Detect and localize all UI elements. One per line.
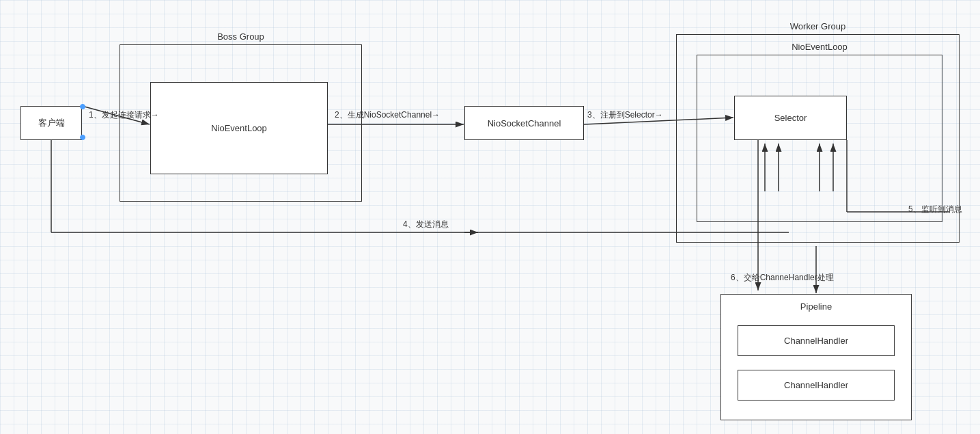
diagram-canvas: Boss Group Worker Group NioEventLoop 客户端…: [0, 0, 980, 434]
nio-event-loop-worker-label: NioEventLoop: [792, 42, 848, 52]
nio-event-loop-boss-box: NioEventLoop: [150, 82, 328, 174]
label-2: 2、生成NioSocketChannel→: [335, 109, 440, 121]
channel-handler-2-box: ChannelHandler: [738, 370, 895, 401]
selector-label: Selector: [774, 113, 807, 123]
label-4: 4、发送消息: [403, 219, 449, 230]
pipeline-label: Pipeline: [728, 301, 904, 312]
label-3: 3、注册到Selector→: [587, 109, 663, 121]
worker-group-label: Worker Group: [790, 21, 845, 31]
nio-event-loop-boss-label: NioEventLoop: [211, 123, 267, 133]
client-dot-bottom: [80, 135, 85, 140]
label-6: 6、交给ChanneHandler处理: [731, 272, 834, 284]
nio-socket-channel-box: NioSocketChannel: [464, 106, 584, 140]
channel-handler-1-label: ChannelHandler: [784, 336, 848, 346]
label-5: 5、监听到消息: [908, 204, 962, 215]
client-box: 客户端: [20, 106, 82, 140]
boss-group-label: Boss Group: [217, 31, 264, 42]
pipeline-box: Pipeline ChannelHandler ChannelHandler: [720, 294, 912, 420]
client-label: 客户端: [38, 117, 65, 129]
nio-socket-channel-label: NioSocketChannel: [488, 118, 561, 128]
label-1: 1、发起连接请求→: [89, 109, 159, 121]
channel-handler-1-box: ChannelHandler: [738, 325, 895, 356]
selector-box: Selector: [734, 96, 847, 140]
channel-handler-2-label: ChannelHandler: [784, 380, 848, 390]
client-dot-top: [80, 104, 85, 109]
